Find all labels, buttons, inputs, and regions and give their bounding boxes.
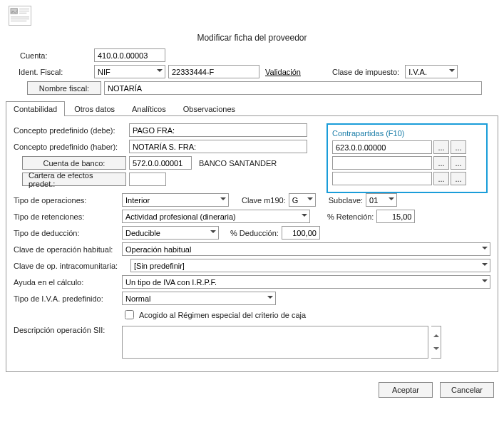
clase-impuesto-combo[interactable] bbox=[405, 65, 458, 78]
descr-sii-textarea[interactable] bbox=[122, 326, 428, 359]
descr-sii-label: Descripción operación SII: bbox=[14, 326, 119, 334]
clave-m190-label: Clave m190: bbox=[242, 196, 286, 205]
contrapartida-3-lookup-2[interactable]: ... bbox=[451, 172, 466, 185]
descr-sii-spinner[interactable] bbox=[431, 326, 441, 359]
concepto-debe-label: Concepto predefinido (debe): bbox=[14, 126, 126, 135]
contrapartida-2-lookup-2[interactable]: ... bbox=[451, 156, 466, 170]
concepto-haber-label: Concepto predefinido (haber): bbox=[14, 143, 126, 151]
pct-retencion-label: % Retención: bbox=[327, 212, 374, 221]
contrapartida-1-lookup-2[interactable]: ... bbox=[451, 140, 466, 154]
aceptar-button[interactable]: Aceptar bbox=[379, 382, 433, 398]
cuenta-value[interactable] bbox=[94, 48, 165, 62]
tipo-deduccion-combo[interactable] bbox=[122, 226, 219, 240]
ident-fiscal-label: Ident. Fiscal: bbox=[6, 68, 91, 76]
subclave-combo[interactable] bbox=[366, 193, 397, 207]
cartera-efectos-button[interactable]: Cartera de efectos predet.: bbox=[22, 173, 126, 186]
subclave-label: Subclave: bbox=[329, 196, 363, 205]
cuenta-banco-input[interactable] bbox=[129, 156, 192, 170]
cuenta-label: Cuenta: bbox=[6, 51, 91, 60]
pct-deduccion-label: % Deducción: bbox=[230, 229, 279, 237]
tipo-iva-label: Tipo de I.V.A. predefinido: bbox=[14, 294, 119, 303]
contrapartida-3-lookup[interactable]: ... bbox=[433, 172, 449, 185]
tab-bar: Contabilidad Otros datos Analíticos Obse… bbox=[6, 101, 498, 116]
tipo-deduccion-label: Tipo de deducción: bbox=[14, 229, 119, 237]
clave-op-habitual-label: Clave de operación habitual: bbox=[14, 245, 119, 254]
ayuda-calculo-combo[interactable] bbox=[122, 275, 490, 289]
spinner-up-icon[interactable] bbox=[431, 326, 441, 342]
contrapartida-3[interactable] bbox=[332, 172, 432, 185]
contrapartidas-box: Contrapartidas (F10) ... ... ... ... ...… bbox=[326, 123, 488, 193]
clave-m190-combo[interactable] bbox=[289, 193, 316, 207]
tab-analiticos[interactable]: Analíticos bbox=[124, 101, 174, 116]
tab-panel-contabilidad: Concepto predefinido (debe): Concepto pr… bbox=[6, 116, 498, 372]
nombre-fiscal-button[interactable]: Nombre fiscal: bbox=[27, 81, 101, 95]
spinner-down-icon[interactable] bbox=[431, 342, 441, 358]
tipo-operaciones-label: Tipo de operaciones: bbox=[14, 196, 119, 205]
concepto-haber-input[interactable] bbox=[129, 140, 307, 153]
contrapartida-1-lookup[interactable]: ... bbox=[433, 140, 449, 154]
clave-op-habitual-combo[interactable] bbox=[122, 242, 490, 256]
cuenta-banco-nombre: BANCO SANTANDER bbox=[199, 159, 277, 168]
contrapartida-2[interactable] bbox=[332, 156, 432, 170]
ident-valor-input[interactable] bbox=[168, 65, 259, 78]
nombre-fiscal-input[interactable] bbox=[104, 81, 482, 95]
contrapartida-2-lookup[interactable]: ... bbox=[433, 156, 449, 170]
supplier-icon bbox=[9, 6, 31, 26]
tipo-operaciones-combo[interactable] bbox=[122, 193, 229, 207]
tipo-retenciones-combo[interactable] bbox=[122, 210, 310, 223]
criterio-caja-label: Acogido al Régimen especial del criterio… bbox=[139, 311, 306, 319]
ident-tipo-combo[interactable] bbox=[94, 65, 165, 78]
cartera-efectos-input[interactable] bbox=[129, 173, 166, 186]
criterio-caja-checkbox[interactable] bbox=[125, 310, 134, 319]
pct-retencion-input[interactable] bbox=[376, 210, 415, 223]
clave-op-intra-label: Clave de op. intracomunitaria: bbox=[14, 262, 128, 270]
cuenta-banco-button[interactable]: Cuenta de banco: bbox=[22, 156, 126, 170]
cancelar-button[interactable]: Cancelar bbox=[440, 382, 494, 398]
concepto-debe-input[interactable] bbox=[129, 123, 307, 137]
contrapartida-1[interactable] bbox=[332, 140, 432, 154]
tab-contabilidad[interactable]: Contabilidad bbox=[6, 101, 65, 116]
contrapartidas-title: Contrapartidas (F10) bbox=[332, 129, 482, 138]
tipo-retenciones-label: Tipo de retenciones: bbox=[14, 212, 119, 221]
window-title: Modificar ficha del proveedor bbox=[6, 33, 498, 43]
pct-deduccion-input[interactable] bbox=[282, 226, 320, 240]
tab-otros-datos[interactable]: Otros datos bbox=[66, 101, 123, 116]
clase-impuesto-label: Clase de impuesto: bbox=[332, 68, 399, 76]
clave-op-intra-combo[interactable] bbox=[130, 259, 490, 272]
criterio-caja-checkbox-wrap[interactable]: Acogido al Régimen especial del criterio… bbox=[122, 308, 306, 321]
ayuda-calculo-label: Ayuda en el cálculo: bbox=[14, 278, 119, 287]
tab-observaciones[interactable]: Observaciones bbox=[175, 101, 243, 116]
tipo-iva-combo[interactable] bbox=[122, 292, 276, 305]
validacion-link[interactable]: Validación bbox=[265, 68, 301, 76]
